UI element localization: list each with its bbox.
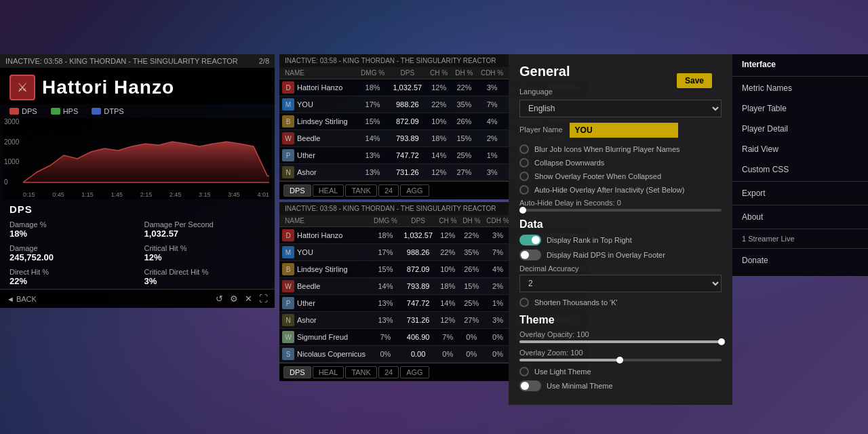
settings-panel: General Save Language English Player Nam… bbox=[509, 54, 732, 405]
left-panel: INACTIVE: 03:58 - KING THORDAN - THE SIN… bbox=[0, 54, 275, 308]
checkbox[interactable] bbox=[519, 144, 529, 154]
sidebar-item-export[interactable]: Export bbox=[732, 183, 868, 203]
checkbox-label: Show Overlay Footer When Collapsed bbox=[534, 172, 661, 180]
tab-24-1[interactable]: 24 bbox=[378, 184, 399, 197]
minimal-theme-row: Use Minimal Theme bbox=[519, 380, 722, 391]
decimal-select[interactable]: 2 bbox=[519, 275, 722, 292]
language-select[interactable]: English bbox=[519, 100, 722, 117]
settings-icon[interactable]: ⚙ bbox=[230, 294, 238, 304]
legend-hps-label: HPS bbox=[63, 107, 79, 115]
tab-agg-1[interactable]: AGG bbox=[400, 184, 429, 197]
cell-dh: 35% bbox=[460, 244, 484, 261]
cell-cdh: 3% bbox=[477, 164, 507, 181]
cell-name: N Ashor bbox=[279, 164, 357, 181]
checkbox-row: Show Overlay Footer When Collapsed bbox=[519, 172, 722, 181]
sidebar-item-custom-css[interactable]: Custom CSS bbox=[732, 159, 868, 180]
cell-ch: 12% bbox=[436, 227, 460, 244]
cell-ch: 12% bbox=[427, 79, 452, 96]
cell-dps: 872.09 bbox=[389, 113, 426, 130]
tab-heal-1[interactable]: HEAL bbox=[313, 184, 344, 197]
checkbox-label: Blur Job Icons When Blurring Player Name… bbox=[534, 145, 680, 153]
panel1-title: INACTIVE: 03:58 - KING THORDAN - THE SIN… bbox=[285, 57, 496, 64]
cell-dh: 0% bbox=[460, 346, 484, 363]
toggle[interactable] bbox=[519, 250, 541, 260]
streamer-live[interactable]: 1 Streamer Live bbox=[732, 231, 868, 247]
opacity-slider[interactable] bbox=[519, 340, 722, 343]
tab-dps-2[interactable]: DPS bbox=[283, 366, 311, 378]
col-name: NAME bbox=[279, 67, 357, 79]
col-cdh: CDH % bbox=[477, 67, 507, 79]
stat-damage: Damage 245,752.00 bbox=[9, 244, 131, 262]
player-name-input[interactable] bbox=[570, 123, 678, 138]
job-icon: ⚔ bbox=[9, 75, 35, 100]
legend-hps: HPS bbox=[51, 107, 79, 115]
cell-dmg: 18% bbox=[357, 79, 389, 96]
checkbox-label: Auto-Hide Overlay After Inactivity (Set … bbox=[534, 186, 684, 194]
col2-dps: DPS bbox=[401, 215, 436, 227]
cell-dps: 988.26 bbox=[401, 244, 436, 261]
tab-tank-2[interactable]: TANK bbox=[345, 366, 377, 378]
legend-dps: DPS bbox=[9, 107, 37, 115]
cell-dh: 15% bbox=[460, 278, 484, 295]
stats-grid: Damage % 18% Damage Per Second 1,032.57 … bbox=[0, 218, 275, 289]
tab-heal-2[interactable]: HEAL bbox=[313, 366, 344, 378]
cell-dps: 793.89 bbox=[389, 130, 426, 147]
col2-dmg: DMG % bbox=[370, 215, 400, 227]
sidebar-item-player-table[interactable]: Player Table bbox=[732, 98, 868, 119]
chart-x-labels: 0:15 0:45 1:15 1:45 2:15 2:45 3:15 3:45 … bbox=[23, 191, 269, 198]
tab-24-2[interactable]: 24 bbox=[378, 366, 399, 378]
toggles-container: Display Rank in Top Right Display Raid D… bbox=[519, 235, 722, 260]
sidebar-item-donate[interactable]: Donate bbox=[732, 250, 868, 271]
toggle[interactable] bbox=[519, 235, 541, 245]
opacity-label: Overlay Opacity: 100 bbox=[519, 330, 722, 338]
player-name-row: Player Name bbox=[519, 123, 722, 138]
cell-dps: 872.09 bbox=[401, 261, 436, 278]
cell-cdh: 1% bbox=[484, 295, 512, 312]
checkbox[interactable] bbox=[519, 172, 529, 181]
cell-dh: 35% bbox=[452, 96, 477, 113]
cell-cdh: 4% bbox=[484, 261, 512, 278]
zoom-slider[interactable] bbox=[519, 359, 722, 361]
legend-dtps: DTPS bbox=[92, 107, 123, 115]
auto-hide-slider[interactable] bbox=[519, 209, 722, 212]
cell-cdh: 0% bbox=[484, 329, 512, 346]
cell-dh: 27% bbox=[452, 164, 477, 181]
cell-cdh: 0% bbox=[484, 346, 512, 363]
cell-name: D Hattori Hanzo bbox=[279, 79, 357, 96]
sidebar-item-interface[interactable]: Interface bbox=[732, 54, 868, 75]
cell-cdh: 7% bbox=[484, 244, 512, 261]
toggle-label: Display Raid DPS in Overlay Footer bbox=[547, 251, 665, 259]
sidebar-item-raid-view[interactable]: Raid View bbox=[732, 139, 868, 159]
cell-name: W Sigmund Freud bbox=[279, 329, 370, 346]
close-icon[interactable]: ✕ bbox=[245, 294, 252, 304]
light-theme-checkbox[interactable] bbox=[519, 367, 529, 376]
tab-agg-2[interactable]: AGG bbox=[400, 366, 429, 378]
back-button[interactable]: ◄ BACK bbox=[7, 295, 37, 303]
right-sidebar: Interface Metric Names Player Table Play… bbox=[732, 54, 868, 276]
reset-icon[interactable]: ↺ bbox=[216, 294, 223, 304]
light-theme-label: Use Light Theme bbox=[534, 368, 591, 376]
sidebar-item-metric-names[interactable]: Metric Names bbox=[732, 78, 868, 98]
player-name-display: Hattori Hanzo bbox=[42, 77, 174, 98]
sidebar-divider-3 bbox=[732, 205, 868, 205]
checkbox[interactable] bbox=[519, 158, 529, 167]
opacity-container: Overlay Opacity: 100 bbox=[519, 330, 722, 343]
tab-tank-1[interactable]: TANK bbox=[345, 184, 377, 197]
cell-cdh: 3% bbox=[477, 79, 507, 96]
checkbox[interactable] bbox=[519, 185, 529, 195]
auto-hide-label: Auto-Hide Delay in Seconds: 0 bbox=[519, 199, 722, 207]
save-button[interactable]: Save bbox=[677, 73, 712, 88]
expand-icon[interactable]: ⛶ bbox=[259, 294, 268, 304]
sidebar-item-player-detail[interactable]: Player Detail bbox=[732, 119, 868, 139]
shorten-checkbox[interactable] bbox=[519, 298, 529, 307]
decimal-label: Decimal Accuracy bbox=[519, 264, 722, 273]
cell-dmg: 14% bbox=[370, 278, 400, 295]
tab-dps-1[interactable]: DPS bbox=[283, 184, 311, 197]
cell-dps: 747.72 bbox=[401, 295, 436, 312]
cell-dmg: 14% bbox=[357, 130, 389, 147]
col-ch: CH % bbox=[427, 67, 452, 79]
sidebar-item-about[interactable]: About bbox=[732, 207, 868, 227]
cell-name: S Nicolaus Copernicus bbox=[279, 346, 370, 363]
minimal-theme-toggle[interactable] bbox=[519, 380, 541, 391]
cell-dh: 26% bbox=[460, 261, 484, 278]
